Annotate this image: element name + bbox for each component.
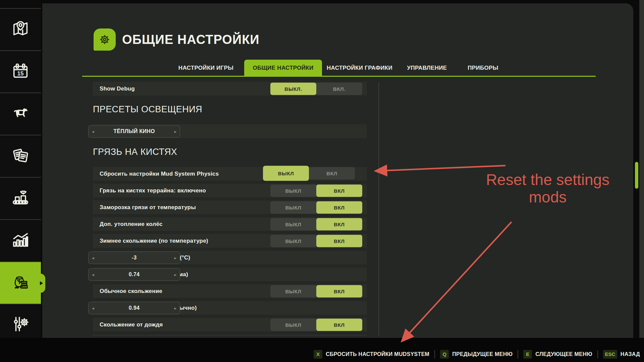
setting-label: Сбросить настройки Mud System Physics (100, 171, 219, 177)
setting-row[interactable]: Грязь на кистях террайна: включеноВЫКЛВК… (93, 184, 367, 197)
hint-divider (597, 350, 598, 358)
hint-divider (434, 350, 435, 358)
sidebar-item-prices[interactable]: 12345 L (0, 261, 41, 304)
value-selector: ◂0.94▸ (88, 302, 180, 314)
toggle-on-button[interactable]: ВКЛ (316, 184, 362, 197)
toggle-off-button[interactable]: ВЫКЛ (263, 166, 309, 181)
tab-underline (82, 76, 596, 77)
statistics-icon (11, 230, 30, 251)
toggle: ВЫКЛВКЛ (270, 235, 362, 247)
setting-row[interactable]: Скольжение от дождяВЫКЛВКЛ (93, 318, 367, 331)
setting-label: Доп. утопление колёс (100, 221, 163, 228)
value-selector: ◂ТЁПЛЫЙ КИНО▸ (88, 125, 180, 137)
footer-hints: XСБРОСИТЬ НАСТРОЙКИ MUDSYSTEMQПРЕДЫДУЩЕЕ… (314, 350, 640, 359)
sidebar-item-calendar[interactable]: 15 (0, 50, 41, 93)
scrollbar-thumb[interactable] (635, 162, 638, 189)
sidebar-item-contracts[interactable] (0, 135, 41, 177)
toggle: ВЫКЛВКЛ (270, 285, 362, 297)
hint-label: НАЗАД (621, 351, 640, 357)
sidebar-item-animals[interactable] (0, 93, 41, 135)
tab-1[interactable]: ОБЩИЕ НАСТРОЙКИ (244, 60, 322, 76)
key-hint[interactable]: QПРЕДЫДУЩЕЕ МЕНЮ (440, 350, 513, 359)
toggle: ВЫКЛВКЛ (270, 184, 362, 197)
toggle: ВЫКЛВКЛ (270, 318, 362, 331)
sidebar-item-map[interactable] (0, 8, 41, 50)
toggle: ВЫКЛ.ВКЛ. (270, 82, 362, 95)
setting-row[interactable]: Множитель скольжения (обычно)◂0.94▸ (93, 301, 367, 315)
hint-label: СЛЕДУЮЩЕЕ МЕНЮ (535, 351, 592, 357)
toggle: ВЫКЛВКЛ (263, 167, 355, 181)
contracts-icon (11, 146, 30, 167)
tab-4[interactable]: ПРИБОРЫ (457, 60, 509, 76)
hint-label: ПРЕДЫДУЩЕЕ МЕНЮ (452, 351, 513, 357)
toggle-on-button[interactable]: ВКЛ. (316, 82, 362, 95)
annotation-text: Reset the settings mods (472, 171, 623, 206)
toggle: ВЫКЛВКЛ (270, 201, 362, 214)
toggle: ВЫКЛВКЛ (270, 218, 362, 230)
setting-row-clipped (93, 335, 367, 336)
key-badge: E (523, 350, 532, 359)
gear-icon (97, 32, 112, 47)
toggle-off-button[interactable]: ВЫКЛ (270, 201, 316, 214)
toggle-off-button[interactable]: ВЫКЛ (270, 318, 316, 331)
setting-label: Зимнее скольжение (по температуре) (100, 238, 208, 244)
key-badge: X (314, 350, 322, 359)
prices-icon: 12345 L (11, 273, 30, 294)
tab-0[interactable]: НАСТРОЙКИ ИГРЫ (172, 60, 239, 76)
hint-label: СБРОСИТЬ НАСТРОЙКИ MUDSYSTEM (326, 351, 429, 357)
animals-icon (11, 104, 30, 124)
toggle-off-button[interactable]: ВЫКЛ. (270, 82, 316, 95)
setting-row[interactable]: Сбросить настройки Mud System PhysicsВЫК… (93, 167, 367, 181)
sidebar-item-statistics[interactable] (0, 219, 41, 261)
toggle-on-button[interactable]: ВКЛ (316, 218, 362, 230)
selector-next-icon[interactable]: ▸ (174, 252, 176, 263)
tab-3[interactable]: УПРАВЛЕНИЕ (397, 60, 457, 76)
selector-value: -3 (89, 252, 180, 263)
calendar-icon: 15 (11, 61, 30, 82)
setting-row[interactable]: Доп. утопление колёсВЫКЛВКЛ (93, 217, 367, 231)
tab-2[interactable]: НАСТРОЙКИ ГРАФИКИ (323, 60, 396, 76)
toggle-off-button[interactable]: ВЫКЛ (270, 235, 316, 247)
key-badge: ESC (603, 350, 617, 359)
selector-next-icon[interactable]: ▸ (174, 268, 176, 280)
game-settings-screen: ОБЩИЕ НАСТРОЙКИ НАСТРОЙКИ ИГРЫОБЩИЕ НАСТ… (0, 0, 644, 362)
toggle-off-button[interactable]: ВЫКЛ (270, 218, 316, 230)
setting-label: Заморозка грязи от температуры (100, 204, 196, 211)
setting-row[interactable]: Show DebugВЫКЛ.ВКЛ. (93, 82, 367, 96)
setting-row[interactable]: Пресет◂ТЁПЛЫЙ КИНО▸ (93, 124, 367, 138)
svg-text:12345 L: 12345 L (20, 286, 28, 288)
key-hint[interactable]: EСЛЕДУЮЩЕЕ МЕНЮ (523, 350, 592, 359)
key-hint[interactable]: XСБРОСИТЬ НАСТРОЙКИ MUDSYSTEM (314, 350, 429, 359)
settings-list: Show DebugВЫКЛ.ВКЛ.ПРЕСЕТЫ ОСВЕЩЕНИЯПрес… (93, 82, 367, 336)
section-title: ПРЕСЕТЫ ОСВЕЩЕНИЯ (93, 104, 367, 115)
section-title: ГРЯЗЬ НА КИСТЯХ (93, 146, 367, 158)
footer-bar: XСБРОСИТЬ НАСТРОЙКИ MUDSYSTEMQПРЕДЫДУЩЕЕ… (0, 338, 644, 362)
selector-value: 0.74 (89, 268, 180, 280)
toggle-off-button[interactable]: ВЫКЛ (270, 285, 316, 297)
toggle-off-button[interactable]: ВЫКЛ (270, 184, 316, 197)
window-edge-strip (639, 0, 644, 362)
content-divider (378, 82, 379, 336)
setting-label: Грязь на кистях террайна: включено (100, 187, 206, 194)
setting-row[interactable]: Обычное скольжениеВЫКЛВКЛ (93, 284, 367, 298)
setting-label: Скольжение от дождя (100, 321, 163, 328)
setting-row[interactable]: Порог зимнего скольжения (°C)◂-3▸ (93, 251, 367, 264)
setting-row[interactable]: Множитель скольжения (зима)◂0.74▸ (93, 267, 367, 281)
toggle-on-button[interactable]: ВКЛ (316, 235, 362, 247)
toggle-on-button[interactable]: ВКЛ (316, 201, 362, 214)
toggle-on-button[interactable]: ВКЛ (309, 167, 355, 179)
setting-row[interactable]: Заморозка грязи от температурыВЫКЛВКЛ (93, 200, 367, 214)
selector-value: 0.94 (89, 302, 180, 314)
sidebar-item-production[interactable] (0, 177, 41, 219)
map-icon (11, 19, 30, 40)
toggle-on-button[interactable]: ВКЛ (316, 285, 362, 297)
setting-label: Show Debug (100, 85, 135, 92)
setting-row[interactable]: Зимнее скольжение (по температуре)ВЫКЛВК… (93, 234, 367, 248)
selector-next-icon[interactable]: ▸ (174, 125, 176, 137)
key-hint[interactable]: ESCНАЗАД (603, 350, 640, 359)
key-badge: Q (440, 350, 449, 359)
selector-next-icon[interactable]: ▸ (174, 302, 176, 314)
toggle-on-button[interactable]: ВКЛ (316, 318, 362, 331)
setting-label: Обычное скольжение (100, 288, 162, 295)
game-settings-icon (11, 314, 30, 335)
